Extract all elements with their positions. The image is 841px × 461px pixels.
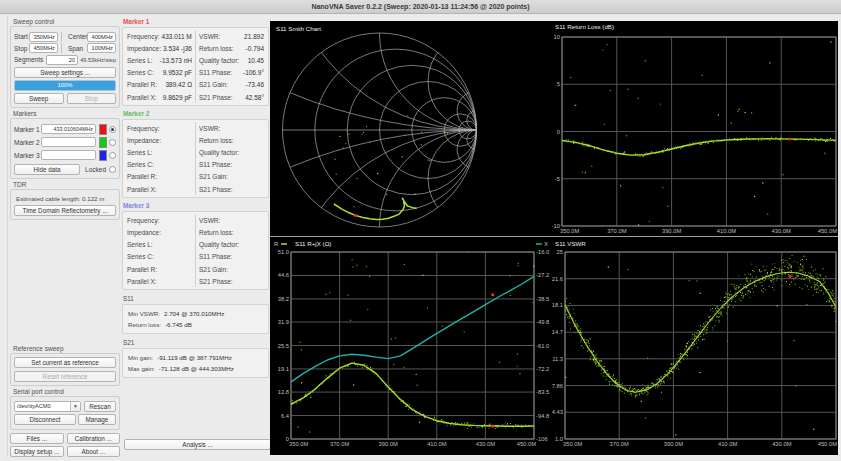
svg-text:14.7: 14.7 <box>552 329 563 335</box>
marker-field-row: S11 Phase: <box>199 159 264 171</box>
marker-field-row: Impedance:3.534 -j36. <box>127 42 192 54</box>
marker-2-input[interactable] <box>41 137 96 147</box>
divider <box>195 30 196 103</box>
calibration-button[interactable]: Calibration ... <box>67 433 121 444</box>
svg-text:-27.2: -27.2 <box>536 272 549 278</box>
s11-smith-chart[interactable]: S11 Smith Chart <box>272 22 487 237</box>
tdr-button[interactable]: Time Domain Reflectometry ... <box>14 205 116 216</box>
svg-text:-61.0: -61.0 <box>536 343 549 349</box>
s11-info-panel: Min VSWR:2.704 @ 370.010MHz Return loss:… <box>122 304 269 334</box>
marker-field-row: Series C: <box>127 251 192 263</box>
s11-return-loss-value: -6.745 dB <box>165 321 192 328</box>
s11-rjx-chart[interactable]: 350.0M370.0M390.0M410.0M430.0M450.0M51.0… <box>270 238 552 455</box>
marker-field-row: S11 Phase: <box>199 251 264 263</box>
start-input[interactable] <box>29 32 58 42</box>
hide-data-button[interactable]: Hide data <box>14 164 80 175</box>
svg-text:4.43: 4.43 <box>552 409 563 415</box>
s11-vswr-chart[interactable]: 350.0M370.0M390.0M410.0M430.0M450.0M2521… <box>552 238 838 455</box>
progress-value: 100% <box>58 82 73 88</box>
span-input[interactable] <box>87 43 116 53</box>
svg-text:410.0M: 410.0M <box>717 228 737 234</box>
marker-field-row: S21 Phase:42.58° <box>199 91 264 103</box>
reset-reference-button[interactable]: Reset reference <box>14 371 116 382</box>
reference-sweep-group: Set current as reference Reset reference <box>10 353 120 386</box>
marker-1-label: Marker 1 <box>14 126 41 133</box>
sweep-button[interactable]: Sweep <box>14 93 64 104</box>
s21-min-gain-label: Min gain: <box>128 354 153 361</box>
serial-port-select[interactable]: /dev/ttyACM0 ▼ <box>14 401 81 412</box>
marker-1-input[interactable] <box>41 124 96 134</box>
stop-label: Stop <box>14 45 29 52</box>
svg-text:390.0M: 390.0M <box>664 441 684 447</box>
marker-field-row: Return loss:-0.794 <box>199 42 264 54</box>
svg-text:-38.5: -38.5 <box>536 296 549 302</box>
marker-field-row: Series L: <box>127 239 192 251</box>
marker-2-panel: Frequency:Impedance:Series L:Series C:Pa… <box>122 119 269 198</box>
marker-3-label: Marker 3 <box>14 152 41 159</box>
marker-1-color-swatch[interactable] <box>99 124 107 135</box>
stop-input[interactable] <box>29 43 58 53</box>
marker-field-row: VSWR:21.892 <box>199 30 264 42</box>
s21-max-gain-label: Max gain: <box>128 365 155 372</box>
svg-text:-16.0: -16.0 <box>536 249 549 255</box>
locked-checkbox[interactable] <box>109 166 116 173</box>
spacer <box>10 220 120 343</box>
s11-return-loss-chart[interactable]: 350.0M370.0M390.0M410.0M430.0M450.0M1050… <box>552 21 838 236</box>
svg-text:350.0M: 350.0M <box>563 441 583 447</box>
display-setup-button[interactable]: Display setup ... <box>10 446 64 457</box>
reference-sweep-title: Reference sweep <box>13 345 120 352</box>
svg-text:38.2: 38.2 <box>278 296 289 302</box>
svg-text:31.9: 31.9 <box>278 319 289 325</box>
marker-3-input[interactable] <box>41 150 96 160</box>
marker-1-panel-title: Marker 1 <box>123 18 269 25</box>
about-button[interactable]: About ... <box>67 446 121 457</box>
svg-text:25: 25 <box>557 249 563 255</box>
svg-text:7.86: 7.86 <box>552 383 563 389</box>
charts-area: S11 Smith Chart 350.0M370.0M390.0M410.0M… <box>270 21 838 455</box>
set-reference-button[interactable]: Set current as reference <box>14 357 116 368</box>
svg-text:5: 5 <box>557 81 560 87</box>
marker-field-row: Return loss: <box>199 226 264 238</box>
segments-label: Segments <box>14 56 43 63</box>
serial-port-value: /dev/ttyACM0 <box>15 402 70 411</box>
center-input[interactable] <box>87 32 116 42</box>
tdr-title: TDR <box>13 181 120 188</box>
svg-text:21.6: 21.6 <box>552 276 563 282</box>
marker-3-radio[interactable] <box>109 152 116 159</box>
marker-field-row: Series C: <box>127 159 192 171</box>
files-button[interactable]: Files ... <box>10 433 64 444</box>
markers-group: Marker 1 Marker 2 Marker 3 Hide data Loc… <box>10 118 120 179</box>
marker-field-row: S21 Gain: <box>199 171 264 183</box>
marker-field-row: Frequency:433.011 MHz <box>127 30 192 42</box>
marker-2-color-swatch[interactable] <box>99 137 107 148</box>
svg-text:450.0M: 450.0M <box>517 441 537 447</box>
titlebar[interactable]: NanoVNA Saver 0.2.2 (Sweep: 2020-01-13 1… <box>0 0 841 14</box>
chart-splitter[interactable] <box>270 236 838 237</box>
disconnect-button[interactable]: Disconnect <box>14 414 76 425</box>
svg-text:430.0M: 430.0M <box>772 228 792 234</box>
svg-text:10: 10 <box>554 34 560 40</box>
marker-field-row: VSWR: <box>199 214 264 226</box>
svg-text:51.0: 51.0 <box>278 249 289 255</box>
svg-text:0: 0 <box>557 129 560 135</box>
svg-text:-49.8: -49.8 <box>536 319 549 325</box>
stop-button[interactable]: Stop <box>67 93 117 104</box>
svg-text:S11 VSWR: S11 VSWR <box>555 240 586 247</box>
s21-min-gain-value: -91.119 dB @ 387.791MHz <box>157 354 232 361</box>
svg-text:370.0M: 370.0M <box>330 441 350 447</box>
sweep-settings-button[interactable]: Sweep settings ... <box>14 67 116 78</box>
svg-text:25.5: 25.5 <box>278 343 289 349</box>
marker-3-color-swatch[interactable] <box>99 150 107 161</box>
analysis-button[interactable]: Analysis ... <box>124 439 271 450</box>
rescan-button[interactable]: Rescan <box>84 401 116 412</box>
manage-button[interactable]: Manage <box>78 414 116 425</box>
marker-1-radio[interactable] <box>109 126 116 133</box>
segments-input[interactable] <box>46 55 78 65</box>
marker-field-row: Frequency: <box>127 122 192 134</box>
marker-2-radio[interactable] <box>109 139 116 146</box>
svg-text:12.8: 12.8 <box>278 389 289 395</box>
chevron-down-icon[interactable]: ▼ <box>70 402 80 411</box>
marker-field-row: Quality factor: <box>199 239 264 251</box>
svg-text:44.6: 44.6 <box>278 272 289 278</box>
marker-field-row: Impedance: <box>127 226 192 238</box>
